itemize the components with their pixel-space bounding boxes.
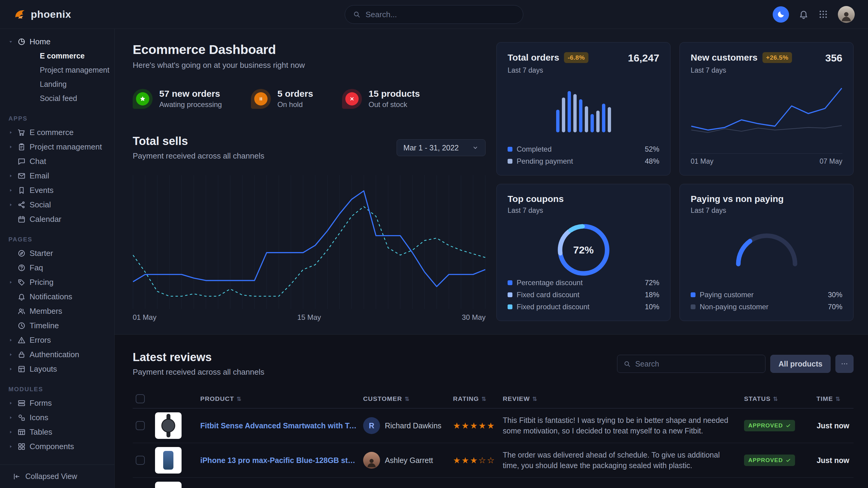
global-search-input[interactable] [366,10,515,19]
review-row: Fitbit Sense Advanced Smartwatch with To… [133,409,854,443]
review-text: This Fitbit is fantastic! I was trying t… [503,415,738,436]
column-header-product[interactable]: PRODUCT⇅ [197,389,360,409]
column-header-rating[interactable]: RATING⇅ [450,389,500,409]
column-header-label: CUSTOMER [363,395,402,402]
row-checkbox[interactable] [136,456,145,465]
stat-caption: Out of stock [369,100,420,109]
sidebar-subitem-e-commerce[interactable]: E commerce [0,49,114,63]
sidebar-item-label: Calendar [30,215,62,224]
sidebar-item-label: E commerce [30,128,73,137]
column-header-label: REVIEW [503,395,530,402]
top-navbar: phoenix [0,0,868,29]
sidebar-item-members[interactable]: Members [0,304,114,318]
legend-swatch [507,292,513,297]
sidebar-item-calendar[interactable]: Calendar [0,212,114,226]
sidebar-subitem-project-management[interactable]: Project management [0,63,114,77]
reviews-search-input[interactable] [635,360,759,368]
sidebar-item-label: Members [30,306,62,316]
grid4-icon [18,443,26,451]
all-products-button[interactable]: All products [770,355,831,373]
sidebar-section-label-modules: MODULES [8,386,114,393]
bookmark-icon [18,186,26,194]
shapes-icon [18,414,26,422]
navbar-actions [773,6,855,23]
sidebar-item-label: Authentication [30,350,79,359]
page-subtitle: Here's what's going on at your business … [133,61,486,70]
bell-icon[interactable] [799,9,809,19]
sidebar-item-email[interactable]: Email [0,168,114,183]
check-icon [786,458,791,463]
select-all-checkbox[interactable] [136,394,145,403]
legend-value: 48% [645,157,659,165]
sidebar-item-label: Forms [30,398,52,408]
rating-stars: ★★★☆☆ [453,455,496,465]
column-header-status[interactable]: STATUS⇅ [741,389,813,409]
sidebar-item-events[interactable]: Events [0,183,114,197]
sidebar-item-chat[interactable]: Chat [0,154,114,168]
sidebar-item-authentication[interactable]: Authentication [0,347,114,362]
reviews-search[interactable] [617,355,766,373]
date-range-select[interactable]: Mar 1 - 31, 2022 [397,139,486,156]
user-avatar[interactable] [838,6,855,23]
caret-spacer [8,323,13,329]
sidebar-item-label: Home [30,37,50,46]
sort-icon: ⇅ [404,395,409,402]
sidebar-item-e-commerce[interactable]: E commerce [0,125,114,139]
sidebar-nav: HomeE commerceProject managementLandingS… [0,29,114,464]
column-header-time[interactable]: TIME⇅ [813,389,854,409]
paying-vs-nonpaying-card: Paying vs non paying Last 7 days Paying … [680,184,854,321]
sidebar-subitem-landing[interactable]: Landing [0,77,114,91]
collapsed-view-toggle[interactable]: Collapsed View [0,464,114,488]
column-header-customer[interactable]: CUSTOMER⇅ [360,389,450,409]
caret-spacer [8,308,13,314]
global-search[interactable] [345,5,523,24]
column-header-review[interactable]: REVIEW⇅ [500,389,741,409]
reviews-table: PRODUCT⇅CUSTOMER⇅RATING⇅REVIEW⇅STATUS⇅TI… [133,389,854,488]
caret-spacer [8,217,13,222]
caret-right-icon [8,202,13,208]
legend-item-percentage-discount: Percentage discount72% [507,279,659,287]
caret-spacer [8,294,13,300]
legend-item-fixed-card-discount: Fixed card discount18% [507,291,659,299]
legend-label: Pending payment [517,157,573,165]
compass-icon [18,249,26,257]
sidebar-item-project-management[interactable]: Project management [0,139,114,154]
sidebar-item-errors[interactable]: Errors [0,333,114,347]
total-orders-card: Total orders -6.8% 16,247 Last 7 days Co… [496,42,671,175]
product-link[interactable]: iPhone 13 pro max-Pacific Blue-128GB sto… [200,456,357,465]
sidebar-item-components[interactable]: Components [0,439,114,454]
search-icon [353,10,361,19]
sidebar-item-label: Project management [30,142,102,152]
sidebar-item-tables[interactable]: Tables [0,425,114,439]
brand-logo[interactable]: phoenix [13,8,71,21]
sidebar-item-timeline[interactable]: Timeline [0,318,114,333]
sidebar-item-home[interactable]: Home [0,34,114,49]
sidebar-item-pricing[interactable]: Pricing [0,275,114,289]
stat-value: 57 new orders [159,89,222,99]
theme-toggle-button[interactable] [773,6,789,23]
watch-thumbnail [155,412,182,439]
total-orders-chart [507,74,659,145]
sidebar-item-faq[interactable]: Faq [0,260,114,275]
sidebar-item-label: Chat [30,157,46,166]
sidebar-item-icons[interactable]: Icons [0,410,114,425]
legend-value: 30% [828,291,842,299]
sidebar-item-social[interactable]: Social [0,197,114,212]
apps-grid-icon[interactable] [818,9,828,19]
x-tick: 15 May [298,313,321,322]
sidebar-item-notifications[interactable]: Notifications [0,289,114,304]
moon-icon [777,10,785,19]
sidebar-item-layouts[interactable]: Layouts [0,362,114,376]
sidebar-section-label-apps: APPS [8,115,114,122]
sidebar-item-forms[interactable]: Forms [0,396,114,410]
more-options-button[interactable] [835,355,854,373]
top-coupons-title: Top coupons [507,194,659,204]
top-coupons-chart: 72% [555,221,612,279]
product-link[interactable]: Fitbit Sense Advanced Smartwatch with To… [200,421,357,430]
row-checkbox[interactable] [136,421,145,430]
total-sells-title: Total sells [133,135,264,148]
sidebar-item-label: Notifications [30,292,72,301]
sidebar-subitem-social-feed[interactable]: Social feed [0,91,114,105]
sidebar-item-starter[interactable]: Starter [0,246,114,260]
alert-icon [18,336,26,344]
